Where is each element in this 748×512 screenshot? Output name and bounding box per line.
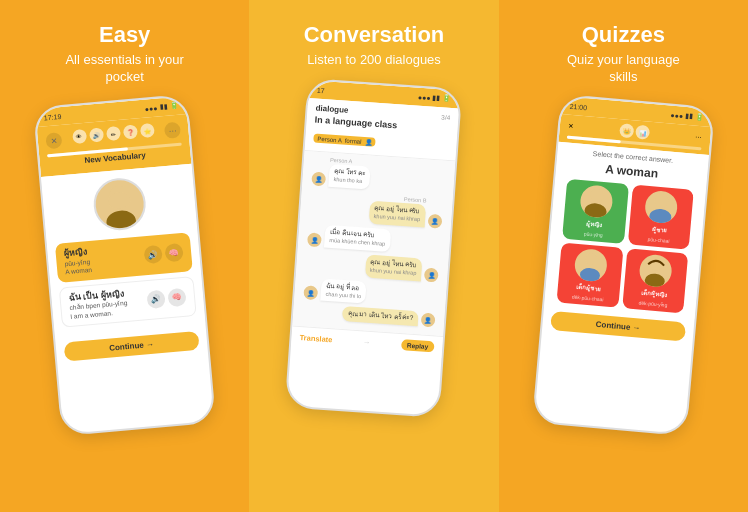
icon-1: 👁: [72, 129, 87, 144]
quiz-back-btn[interactable]: ✕: [567, 121, 574, 129]
person-a-label: Person A: [318, 136, 342, 144]
svg-point-1: [105, 209, 136, 230]
nav-back-btn[interactable]: ✕: [45, 132, 62, 149]
person-b-icon: 👤: [365, 139, 372, 145]
quiz-option-3-thai: เด็กผู้ชาย: [576, 282, 602, 294]
chat-bubble-3: เมื่อ คืน เจน ครับmüa khüen chen khrap: [324, 224, 391, 251]
avatar: [91, 176, 147, 232]
quiz-person-1-icon: [579, 184, 614, 219]
svg-point-5: [654, 193, 669, 208]
status-time-right: 21:00: [569, 102, 587, 111]
quiz-person-3-icon: [573, 248, 608, 283]
quiz-icons: 👑 📊: [619, 123, 650, 140]
chat-avatar-left-2: 👤: [307, 232, 322, 247]
svg-point-10: [644, 273, 665, 288]
vocab-card-2-text: ฉัน เป็น ผู้หญิง chǎn bpen pûu-yǐng I am…: [68, 287, 128, 321]
chat-avatar-left-3: 👤: [304, 286, 319, 301]
chat-avatar-right-1: 👤: [428, 213, 443, 228]
chat-bubble-2: คุณ อยู่ ไหน ครับkhun yuu nai khrap: [369, 200, 427, 227]
vocab-card-2[interactable]: ฉัน เป็น ผู้หญิง chǎn bpen pûu-yǐng I am…: [59, 275, 197, 327]
panel-quizzes-subtitle: Quiz your languageskills: [567, 52, 680, 86]
svg-point-3: [589, 188, 604, 203]
panel-quizzes: Quizzes Quiz your languageskills 21:00 ●…: [499, 0, 748, 512]
chat-bubble-1: คุณ โทร คะkhun tho ka: [329, 164, 371, 190]
panel-conversation-subtitle: Listen to 200 dialogues: [307, 52, 441, 69]
quiz-option-2-roman: pûu-chaai: [647, 236, 669, 244]
chat-msg-2: 👤 Person B คุณ อยู่ ไหน ครับkhun yuu nai…: [306, 189, 447, 228]
chat-avatar-left-1: 👤: [312, 171, 327, 186]
formal-badge: Person A formal 👤: [314, 133, 377, 146]
svg-point-4: [583, 202, 606, 218]
person-icon: [93, 178, 145, 230]
panel-easy-title: Easy: [99, 22, 150, 48]
quiz-content: Select the correct answer. A woman ผู้หญ…: [544, 142, 709, 320]
status-time-mid: 17: [317, 86, 325, 94]
quiz-option-4-thai: เด็กผู้หญิง: [640, 287, 667, 299]
panel-conversation: Conversation Listen to 200 dialogues 17 …: [249, 0, 498, 512]
chat-bubble-6: คุณ มา เดิน ไหว ครั้ ค่ะ?: [343, 306, 419, 326]
quiz-option-1-roman: pûu-yǐng: [583, 230, 603, 238]
dialogue-page: 3/4: [442, 113, 452, 121]
quiz-grid: ผู้หญิง pûu-yǐng ผู้ชาย pûu-chaai: [552, 178, 697, 313]
panel-easy-subtitle: All essentials in yourpocket: [65, 52, 184, 86]
replay-btn[interactable]: Replay: [401, 339, 435, 352]
quiz-avatar-2: [644, 190, 679, 225]
phone-quiz: 21:00 ●●●▮▮🔋 ✕ 👑 📊 ⋯ Select the correct …: [532, 94, 715, 436]
chat-bubble-5: ฉัน อยู่ ที่ ลอchan yuu thi lo: [321, 278, 368, 304]
vocab-icon-row: 👁 🔊 ✏ ❓ ⭐: [72, 123, 155, 144]
quiz-icon-2: 📊: [635, 124, 650, 139]
panel-easy: Easy All essentials in yourpocket 17:19 …: [0, 0, 249, 512]
quiz-option-2-thai: ผู้ชาย: [651, 224, 667, 235]
chat-avatar-right-2: 👤: [424, 267, 439, 282]
translate-label[interactable]: Translate: [300, 333, 333, 344]
quiz-avatar-4: [638, 253, 673, 288]
continue-btn-left[interactable]: Continue →: [64, 331, 200, 362]
status-icons-left: ●●● ▮▮ 🔋: [145, 101, 179, 112]
status-icons-mid: ●●●▮▮🔋: [418, 93, 452, 103]
arrow-icon: →: [363, 337, 371, 347]
brain-btn-2[interactable]: 🧠: [167, 287, 187, 307]
icon-4: ❓: [123, 124, 138, 139]
status-icons-right: ●●●▮▮🔋: [670, 110, 704, 121]
listen-btn-2[interactable]: 🔊: [147, 289, 167, 309]
phone-easy: 17:19 ●●● ▮▮ 🔋 ✕ 👁 🔊 ✏ ❓ ⭐ ⋯: [33, 94, 216, 436]
chat-bubble-4: คุณ อยู่ ไหน ครับkhun yuu nai khrap: [365, 254, 423, 281]
quiz-option-3-roman: dèk-pûu-chaai: [572, 293, 604, 302]
quiz-more-btn[interactable]: ⋯: [695, 133, 703, 142]
vocab-card-2-btns: 🔊 🧠: [147, 287, 187, 308]
quiz-person-4-icon: [638, 253, 673, 288]
svg-point-8: [579, 267, 600, 282]
quiz-option-1[interactable]: ผู้หญิง pûu-yǐng: [562, 179, 628, 244]
quiz-avatar-3: [573, 248, 608, 283]
quiz-option-4[interactable]: เด็กผู้หญิง dèk-pûu-yǐng: [622, 248, 688, 313]
vocab-card-1-text: ผู้หญิง pûu-yǐng A woman: [63, 246, 92, 277]
panel-conversation-title: Conversation: [304, 22, 445, 48]
dialogue-title: dialogue: [316, 104, 349, 115]
formal-label: formal: [345, 138, 362, 145]
vocab-card-1-btns: 🔊 🧠: [144, 243, 184, 264]
listen-btn-1[interactable]: 🔊: [144, 245, 164, 265]
chat-avatar-right-3: 👤: [421, 312, 436, 327]
svg-point-6: [649, 208, 672, 224]
svg-point-7: [584, 252, 597, 265]
chat-area: 👤 Person A คุณ โทร คะkhun tho ka 👤 Perso…: [293, 151, 456, 336]
quiz-option-1-thai: ผู้หญิง: [586, 218, 603, 229]
nav-more-btn[interactable]: ⋯: [164, 121, 181, 138]
icon-5: ⭐: [139, 123, 154, 138]
brain-btn-1[interactable]: 🧠: [165, 243, 185, 263]
quiz-option-3[interactable]: เด็กผู้ชาย dèk-pûu-chaai: [556, 242, 622, 307]
quiz-option-4-roman: dèk-pûu-yǐng: [638, 299, 667, 307]
vocab-en-1: A woman: [65, 266, 92, 277]
quiz-person-2-icon: [644, 190, 679, 225]
panel-quizzes-title: Quizzes: [582, 22, 665, 48]
status-time-left: 17:19: [44, 112, 62, 121]
quiz-option-2[interactable]: ผู้ชาย pûu-chaai: [627, 184, 693, 249]
chat-msg-1: 👤 Person A คุณ โทร คะkhun tho ka: [309, 155, 450, 194]
quiz-avatar-1: [579, 184, 614, 219]
icon-3: ✏: [106, 126, 121, 141]
quiz-icon-1: 👑: [619, 123, 634, 138]
vocab-content: ผู้หญิง pûu-yǐng A woman 🔊 🧠 ฉัน เป็น ผู…: [47, 227, 206, 337]
vocab-card-1[interactable]: ผู้หญิง pûu-yǐng A woman 🔊 🧠: [55, 232, 193, 282]
phone-conversation: 17 ●●●▮▮🔋 dialogue 3/4 In a language cla…: [285, 78, 463, 418]
icon-2: 🔊: [89, 127, 104, 142]
